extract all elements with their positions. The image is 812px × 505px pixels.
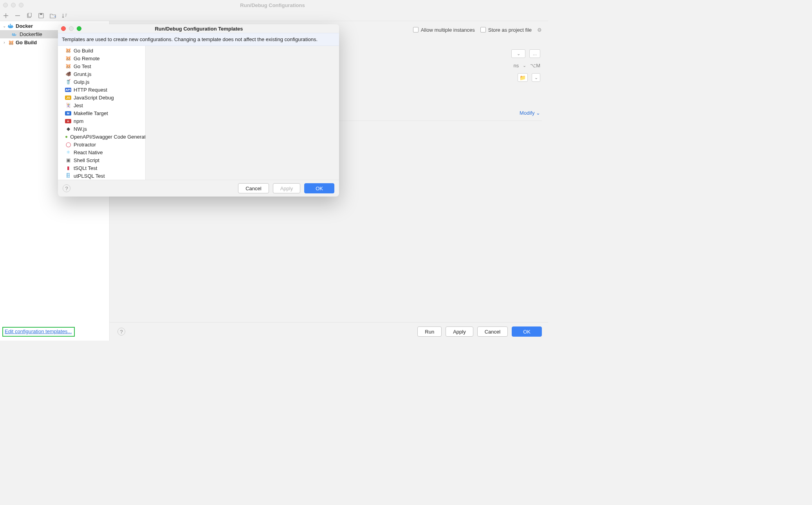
allow-multiple-checkbox[interactable]: Allow multiple instances: [413, 27, 475, 33]
template-label: Grunt.js: [74, 71, 92, 77]
template-icon: 🐹: [65, 63, 71, 69]
edit-templates-highlight: Edit configuration templates...: [2, 327, 75, 337]
modal-max-dot[interactable]: [77, 26, 81, 31]
remove-icon[interactable]: [14, 12, 21, 19]
run-button[interactable]: Run: [417, 326, 442, 337]
template-label: Go Remote: [74, 56, 99, 61]
dockerfile-icon: [12, 31, 18, 38]
folder-add-icon[interactable]: +: [49, 12, 56, 19]
cancel-button[interactable]: Cancel: [477, 326, 508, 337]
configurations-toolbar: +: [0, 10, 548, 21]
template-icon: ◆: [65, 126, 71, 132]
svg-rect-1: [28, 13, 31, 17]
template-item[interactable]: 🐹Go Build: [58, 47, 145, 54]
template-icon: ⚛: [65, 150, 71, 155]
template-item[interactable]: MMakefile Target: [58, 109, 145, 117]
checkbox-icon: [413, 27, 419, 32]
parent-min-dot[interactable]: [11, 3, 16, 7]
ok-button[interactable]: OK: [512, 326, 542, 337]
template-label: utPLSQL Test: [74, 173, 105, 179]
template-icon: n: [65, 119, 71, 123]
modal-traffic-lights: [61, 26, 81, 31]
template-item[interactable]: nnpm: [58, 117, 145, 125]
template-label: JavaScript Debug: [74, 95, 114, 101]
template-label: Gulp.js: [74, 79, 89, 85]
more-button[interactable]: …: [529, 49, 540, 58]
template-item[interactable]: 🥤Gulp.js: [58, 78, 145, 86]
browse-folder-icon[interactable]: 📁: [518, 73, 528, 82]
template-item[interactable]: 🐹Go Test: [58, 62, 145, 70]
svg-text:+: +: [54, 15, 56, 18]
template-icon: 🗄: [65, 173, 71, 179]
svg-rect-10: [14, 33, 15, 34]
parent-max-dot[interactable]: [19, 3, 23, 7]
gear-icon[interactable]: ⚙: [537, 27, 542, 33]
modal-ok-button[interactable]: OK: [304, 183, 334, 193]
parent-traffic-lights: [3, 3, 23, 7]
help-icon[interactable]: ?: [117, 328, 125, 335]
template-item[interactable]: 🃏Jest: [58, 101, 145, 109]
apply-button[interactable]: Apply: [446, 326, 473, 337]
template-label: Go Build: [74, 48, 93, 54]
templates-dialog: Run/Debug Configuration Templates Templa…: [58, 24, 339, 197]
chevron-down-icon[interactable]: ⌄: [2, 24, 6, 28]
add-icon[interactable]: [2, 12, 9, 19]
checkbox-icon: [480, 27, 486, 32]
template-item[interactable]: 🐗Grunt.js: [58, 70, 145, 78]
parent-title: Run/Debug Configurations: [23, 2, 545, 8]
template-item[interactable]: JSJavaScript Debug: [58, 94, 145, 101]
modify-options-link[interactable]: Modify ⌄: [520, 110, 540, 116]
template-label: NW.js: [74, 126, 87, 132]
modal-apply-button[interactable]: Apply: [273, 183, 301, 193]
template-icon: 🐹: [65, 56, 71, 61]
modal-cancel-button[interactable]: Cancel: [238, 183, 269, 193]
svg-rect-7: [11, 25, 13, 26]
save-icon[interactable]: [38, 12, 45, 19]
template-item[interactable]: 🐹Go Remote: [58, 54, 145, 62]
template-item[interactable]: ▣Shell Script: [58, 156, 145, 164]
alt-m-shortcut: ⌥M: [530, 63, 540, 69]
svg-rect-6: [10, 25, 11, 26]
template-list[interactable]: 🐹Go Build🐹Go Remote🐹Go Test🐗Grunt.js🥤Gul…: [58, 46, 146, 180]
template-icon: 🥤: [65, 79, 71, 85]
gopher-icon: 🐹: [8, 40, 14, 46]
template-icon: ●: [65, 134, 68, 139]
copy-icon[interactable]: [26, 12, 33, 19]
template-item[interactable]: ⚛React Native: [58, 148, 145, 156]
template-item[interactable]: 🗄utPLSQL Test: [58, 172, 145, 180]
template-label: Protractor: [74, 142, 96, 148]
modal-info-banner: Templates are used to create new configu…: [58, 33, 339, 46]
modal-min-dot[interactable]: [69, 26, 74, 31]
modal-close-dot[interactable]: [61, 26, 66, 31]
template-icon: M: [65, 111, 71, 115]
template-item[interactable]: ●OpenAPI/Swagger Code Generator: [58, 133, 145, 141]
svg-rect-5: [8, 25, 9, 26]
chevron-right-icon[interactable]: ›: [2, 40, 6, 45]
parent-close-dot[interactable]: [3, 3, 8, 7]
ns-suffix-label: ns: [513, 63, 519, 69]
combo-chevron[interactable]: ⌄: [532, 73, 540, 82]
template-item[interactable]: ◯Protractor: [58, 141, 145, 148]
template-item[interactable]: ◆NW.js: [58, 125, 145, 133]
template-item[interactable]: ▮tSQLt Test: [58, 164, 145, 172]
svg-rect-8: [10, 24, 11, 25]
svg-rect-3: [40, 13, 42, 15]
docker-icon: [8, 23, 14, 29]
template-icon: JS: [65, 96, 71, 100]
svg-rect-9: [12, 33, 13, 34]
template-detail-panel: [146, 46, 339, 180]
parent-titlebar: Run/Debug Configurations: [0, 0, 548, 10]
combo-suffix-dropdown[interactable]: ⌄: [511, 49, 525, 58]
sort-icon[interactable]: [61, 12, 68, 19]
template-label: OpenAPI/Swagger Code Generator: [70, 134, 146, 140]
help-icon[interactable]: ?: [63, 184, 70, 192]
template-label: Makefile Target: [74, 110, 108, 116]
store-as-project-checkbox[interactable]: Store as project file: [480, 27, 532, 33]
modal-actions: ? Cancel Apply OK: [58, 180, 339, 197]
modal-titlebar: Run/Debug Configuration Templates: [58, 24, 339, 33]
template-item[interactable]: APIHTTP Request: [58, 86, 145, 94]
edit-configuration-templates-link[interactable]: Edit configuration templates...: [5, 328, 72, 334]
template-label: React Native: [74, 150, 103, 155]
allow-multiple-label: Allow multiple instances: [421, 27, 475, 33]
template-label: Jest: [74, 103, 83, 108]
